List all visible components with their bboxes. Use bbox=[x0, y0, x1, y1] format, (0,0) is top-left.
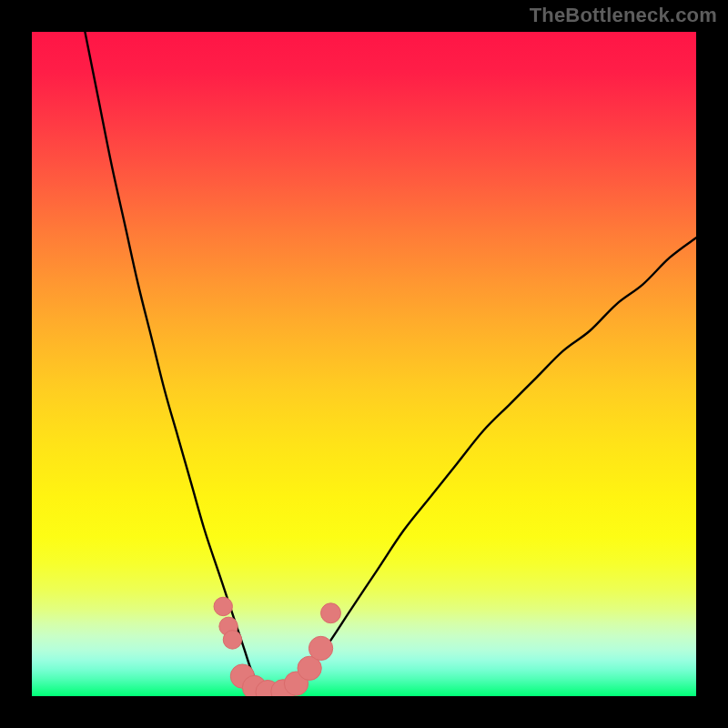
curve-marker bbox=[223, 631, 241, 649]
curve-marker bbox=[308, 636, 332, 660]
curve-marker bbox=[321, 603, 341, 623]
curve-layer bbox=[32, 32, 696, 696]
bottleneck-curve bbox=[85, 32, 696, 695]
chart-frame: TheBottleneck.com bbox=[0, 0, 728, 728]
curve-marker bbox=[214, 597, 232, 615]
plot-area bbox=[32, 32, 696, 696]
watermark-text: TheBottleneck.com bbox=[530, 4, 717, 27]
